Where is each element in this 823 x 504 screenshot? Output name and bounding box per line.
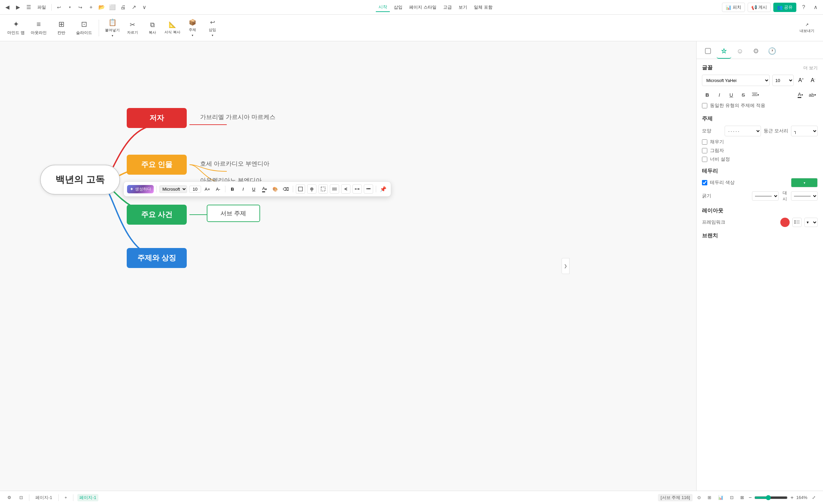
font-increase-panel[interactable]: A+ xyxy=(796,76,806,85)
tab-start[interactable]: 시작 xyxy=(376,3,390,12)
paste-btn[interactable]: 📋 붙여넣기 ▾ xyxy=(103,17,122,39)
border-size-select[interactable]: ————— xyxy=(752,191,779,201)
center-node[interactable]: 백년의 고독 xyxy=(40,165,120,195)
panel-tab-ai[interactable] xyxy=(717,44,731,59)
ai-generate-btn[interactable]: ✦ 생성하다 xyxy=(127,185,154,193)
undo-dropdown[interactable]: ▾ xyxy=(65,3,74,12)
highlight-btn[interactable]: ab▾ xyxy=(807,89,818,100)
border-color-swatch[interactable]: ▾ xyxy=(791,178,818,187)
framework-select[interactable]: ▾ xyxy=(804,218,818,227)
font-name-select[interactable]: Microsoft YaHei xyxy=(702,75,770,86)
outline-btn[interactable]: ≡ 아웃라인 xyxy=(28,17,49,39)
fill-checkbox[interactable] xyxy=(702,139,707,145)
print-btn[interactable]: 🖨 xyxy=(118,3,128,12)
tab-page-style[interactable]: 페이지 스타일 xyxy=(406,3,439,12)
help-btn[interactable]: ? xyxy=(799,3,808,12)
menu-btn[interactable]: ☰ xyxy=(24,3,33,12)
open-btn[interactable]: 📂 xyxy=(97,3,106,12)
shadow-checkbox[interactable] xyxy=(702,148,707,153)
italic-btn-panel[interactable]: I xyxy=(714,89,724,100)
canvas[interactable]: 백년의 고독 저자 주요 인물 주요 사건 주제와 상징 서브 주제 xyxy=(0,41,696,491)
cut-btn[interactable]: ✂ 자르기 xyxy=(123,17,142,39)
erase-btn-float[interactable]: ⌫ xyxy=(282,185,290,193)
forward-btn[interactable]: ▶ xyxy=(13,3,23,12)
corner-select[interactable]: ┐ xyxy=(791,126,818,136)
font-color-btn[interactable]: A ▾ xyxy=(795,89,806,100)
underline-btn-panel[interactable]: U xyxy=(726,89,736,100)
undo-btn[interactable]: ↩ xyxy=(54,3,64,12)
zoom-out-btn[interactable]: − xyxy=(749,495,752,501)
pitch-btn[interactable]: 📊 피치 xyxy=(722,3,745,12)
current-page-tab[interactable]: 페이지-1 xyxy=(77,494,99,501)
panel-tab-settings[interactable]: ⚙ xyxy=(749,44,763,59)
page-item-1[interactable]: 페이지-1 xyxy=(33,494,54,501)
color-btn-float[interactable]: A ▾ xyxy=(260,185,269,193)
pin-btn-float[interactable]: 📌 xyxy=(379,185,387,193)
author-node[interactable]: 저자 xyxy=(127,108,187,128)
status-fit-btn[interactable]: ⊠ xyxy=(738,494,746,501)
insert-btn[interactable]: ↩ 삽입 ▾ xyxy=(203,17,222,39)
branch-btn-float[interactable] xyxy=(341,184,350,194)
paint-btn-float[interactable]: 🎨 xyxy=(271,185,280,193)
mindmap-btn[interactable]: ✦ 마인드 맵 xyxy=(5,17,27,39)
font-decrease-btn[interactable]: A- xyxy=(214,185,222,193)
panel-tab-history[interactable]: 🕐 xyxy=(765,44,779,59)
strikethrough-btn[interactable]: S xyxy=(738,89,749,100)
font-increase-btn[interactable]: A+ xyxy=(203,185,212,193)
zoom-slider[interactable] xyxy=(754,495,788,500)
events-node[interactable]: 주요 사건 xyxy=(127,205,187,225)
redo-btn[interactable]: ↪ xyxy=(76,3,85,12)
font-more-link[interactable]: 더 보기 xyxy=(803,65,818,71)
layout-list-btn[interactable] xyxy=(792,218,802,227)
copy-btn[interactable]: ⧉ 복사 xyxy=(143,17,162,39)
share-main-btn[interactable]: 👥 공유 xyxy=(773,3,796,12)
bold-btn-float[interactable]: B xyxy=(228,185,237,193)
apply-same-checkbox[interactable] xyxy=(702,103,707,108)
status-icon-4[interactable]: ⊡ xyxy=(728,494,735,501)
more-nav-btn[interactable]: ∨ xyxy=(140,3,149,12)
tab-view[interactable]: 보기 xyxy=(456,3,470,12)
more-btn-float[interactable]: ••• xyxy=(364,184,373,194)
export-btn[interactable]: ↗ 내보내기 xyxy=(796,17,818,39)
file-menu[interactable]: 파일 xyxy=(35,3,49,12)
underline-btn-float[interactable]: U xyxy=(250,185,258,193)
font-select-float[interactable]: Microsoft xyxy=(159,185,187,193)
theme-node[interactable]: 주제와 상징 xyxy=(127,248,187,268)
fullscreen-btn[interactable]: ⤢ xyxy=(810,494,818,501)
format-copy-btn[interactable]: 📐 서식 복사 xyxy=(163,17,182,39)
topic-btn[interactable]: 📦 주제 ▾ xyxy=(183,17,202,39)
connector-btn-float[interactable] xyxy=(352,184,362,194)
font-decrease-panel[interactable]: A- xyxy=(808,76,818,85)
border-style-select[interactable]: ————— xyxy=(791,191,818,201)
publish-btn[interactable]: 📢 게시 xyxy=(748,3,771,12)
align-btn[interactable]: ▾ xyxy=(750,89,761,100)
new-tab-btn[interactable]: + xyxy=(87,3,96,12)
shape-select[interactable]: · · · · · xyxy=(724,126,761,136)
width-checkbox[interactable] xyxy=(702,157,707,162)
collapse-nav-btn[interactable]: ∧ xyxy=(811,3,820,12)
shape-btn-float[interactable] xyxy=(296,184,305,194)
tab-advanced[interactable]: 고급 xyxy=(441,3,455,12)
bold-btn-panel[interactable]: B xyxy=(702,89,713,100)
framework-color-btn[interactable] xyxy=(780,218,790,227)
status-panel-btn[interactable]: ⊡ xyxy=(17,494,25,501)
border-btn-float[interactable] xyxy=(318,184,328,194)
zoom-in-btn[interactable]: + xyxy=(790,495,793,501)
font-size-float[interactable] xyxy=(189,186,201,193)
share-btn[interactable]: ↗ xyxy=(129,3,138,12)
add-page-btn[interactable]: + xyxy=(63,494,69,501)
fill-btn-float[interactable] xyxy=(307,184,316,194)
status-icon-2[interactable]: ⊞ xyxy=(706,494,713,501)
characters-node[interactable]: 주요 인물 xyxy=(127,155,187,175)
status-icon-3[interactable]: 📊 xyxy=(716,494,725,501)
tab-embed[interactable]: 일체 포함 xyxy=(471,3,495,12)
panel-tab-emoji[interactable]: ☺ xyxy=(732,44,747,59)
status-icon-1[interactable]: ⊙ xyxy=(695,494,703,501)
slide-btn[interactable]: ⊡ 슬라이드 xyxy=(73,17,95,39)
tab-insert[interactable]: 삽입 xyxy=(391,3,405,12)
font-size-select[interactable]: 10 xyxy=(772,75,794,86)
panel-tab-shape[interactable] xyxy=(701,44,715,59)
back-btn[interactable]: ◀ xyxy=(3,3,12,12)
kanban-btn[interactable]: ⊞ 칸반 xyxy=(51,17,72,39)
sidebar-collapse-btn[interactable]: ❯ xyxy=(561,258,569,274)
